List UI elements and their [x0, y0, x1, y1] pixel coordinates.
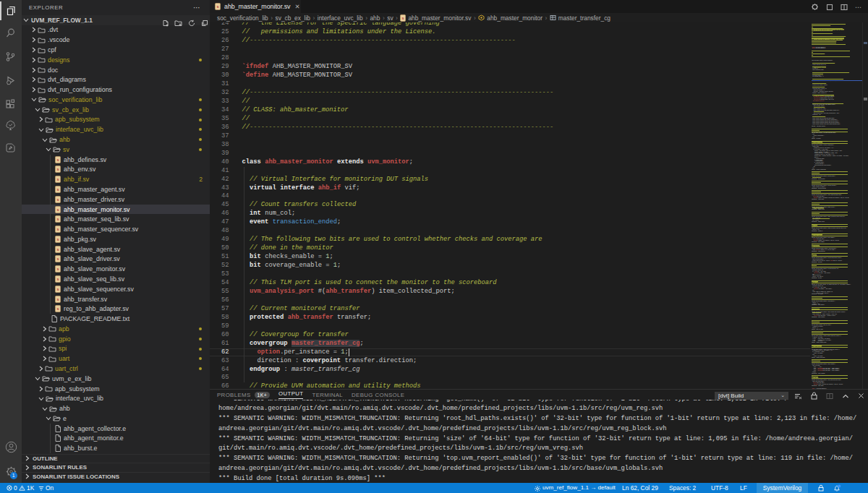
svg-text:s: s: [56, 247, 59, 252]
svg-text:s: s: [56, 287, 59, 291]
svg-text:s: s: [56, 168, 59, 172]
svg-text:s: s: [402, 16, 404, 20]
svg-text:s: s: [216, 4, 218, 9]
svg-text:s: s: [56, 237, 59, 241]
svg-text:s: s: [56, 257, 59, 262]
svg-text:s: s: [56, 227, 59, 231]
svg-text:s: s: [56, 307, 59, 312]
svg-text:s: s: [56, 297, 59, 301]
svg-text:s: s: [56, 187, 59, 192]
svg-text:s: s: [56, 177, 59, 181]
svg-text:s: s: [56, 267, 59, 271]
svg-text:s: s: [56, 277, 59, 281]
svg-text:s: s: [56, 158, 59, 162]
svg-text:s: s: [56, 217, 59, 221]
svg-text:s: s: [56, 197, 59, 202]
svg-text:s: s: [56, 207, 59, 212]
